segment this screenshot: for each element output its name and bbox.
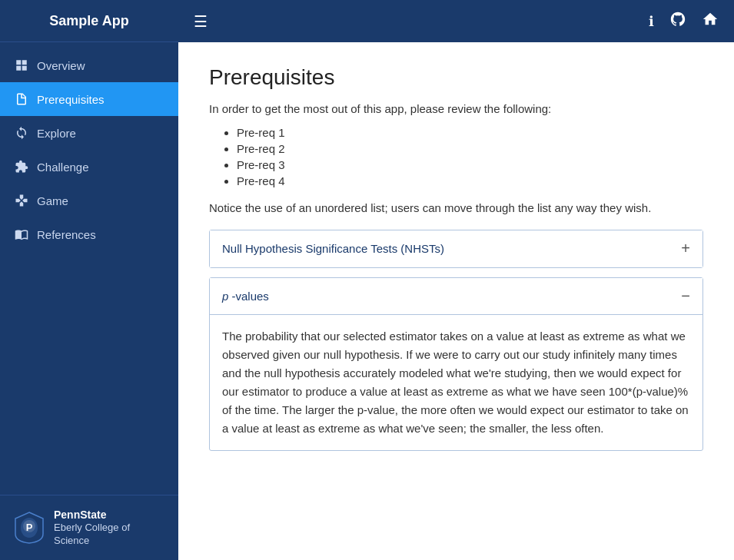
accordion-pvalues: p -values−The probability that our selec…: [209, 277, 703, 451]
prerequisites-icon: [14, 91, 29, 107]
game-icon: [14, 193, 29, 208]
accordion-header-pvalues[interactable]: p -values−: [210, 278, 702, 315]
prereq-item-2: Pre-req 2: [237, 142, 703, 155]
sidebar-nav: OverviewPrerequisitesExploreChallengeGam…: [0, 42, 178, 495]
nav-label-explore: Explore: [37, 127, 76, 140]
accordions: Null Hypothesis Significance Tests (NHST…: [209, 230, 703, 451]
footer-college: Eberly College of Science: [54, 522, 166, 548]
accordion-toggle-icon-pvalues: −: [681, 287, 690, 305]
prereq-item-3: Pre-req 3: [237, 158, 703, 171]
nav-label-references: References: [37, 228, 96, 241]
intro-text: In order to get the most out of this app…: [209, 102, 703, 115]
main-area: ☰ ℹ Prerequisites In order to get the mo…: [178, 0, 734, 560]
accordion-header-nhsts[interactable]: Null Hypothesis Significance Tests (NHST…: [210, 230, 702, 267]
sidebar-footer: P PennState Eberly College of Science: [0, 495, 178, 560]
explore-icon: [14, 125, 29, 141]
accordion-body-pvalues: The probability that our selected estima…: [210, 315, 702, 450]
app-title: Sample App: [49, 13, 128, 29]
accordion-title-nhsts: Null Hypothesis Significance Tests (NHST…: [222, 242, 444, 255]
footer-university: PennState: [54, 508, 166, 522]
content-area: Prerequisites In order to get the most o…: [178, 42, 734, 560]
nav-label-game: Game: [37, 194, 68, 207]
pennstate-logo: P: [12, 511, 46, 545]
accordion-nhsts: Null Hypothesis Significance Tests (NHST…: [209, 230, 703, 268]
footer-text: PennState Eberly College of Science: [54, 508, 166, 548]
home-icon[interactable]: [702, 11, 719, 31]
sidebar-item-overview[interactable]: Overview: [0, 48, 178, 82]
references-icon: [14, 227, 29, 242]
sidebar-item-game[interactable]: Game: [0, 184, 178, 217]
sidebar: Sample App OverviewPrerequisitesExploreC…: [0, 0, 178, 560]
github-icon[interactable]: [669, 11, 686, 31]
accordion-toggle-icon-nhsts: +: [681, 240, 690, 257]
sidebar-item-references[interactable]: References: [0, 217, 178, 251]
svg-text:P: P: [26, 522, 33, 533]
menu-icon[interactable]: ☰: [194, 12, 208, 31]
prereq-item-1: Pre-req 1: [237, 126, 703, 139]
topbar-right: ℹ: [649, 11, 719, 31]
challenge-icon: [14, 159, 29, 174]
topbar: ☰ ℹ: [178, 0, 734, 42]
nav-label-overview: Overview: [37, 59, 85, 72]
accordion-title-pvalues: p -values: [222, 290, 269, 303]
sidebar-item-prerequisites[interactable]: Prerequisites: [0, 82, 178, 116]
info-icon[interactable]: ℹ: [649, 13, 654, 30]
prereq-list: Pre-req 1Pre-req 2Pre-req 3Pre-req 4: [209, 126, 703, 187]
prereq-item-4: Pre-req 4: [237, 174, 703, 187]
sidebar-item-explore[interactable]: Explore: [0, 116, 178, 150]
nav-label-challenge: Challenge: [37, 161, 89, 174]
sidebar-item-challenge[interactable]: Challenge: [0, 150, 178, 184]
nav-label-prerequisites: Prerequisites: [37, 93, 105, 106]
sidebar-header: Sample App: [0, 0, 178, 42]
overview-icon: [14, 58, 29, 73]
notice-text: Notice the use of an unordered list; use…: [209, 201, 703, 214]
page-title: Prerequisites: [209, 65, 703, 90]
topbar-left: ☰: [194, 12, 208, 31]
